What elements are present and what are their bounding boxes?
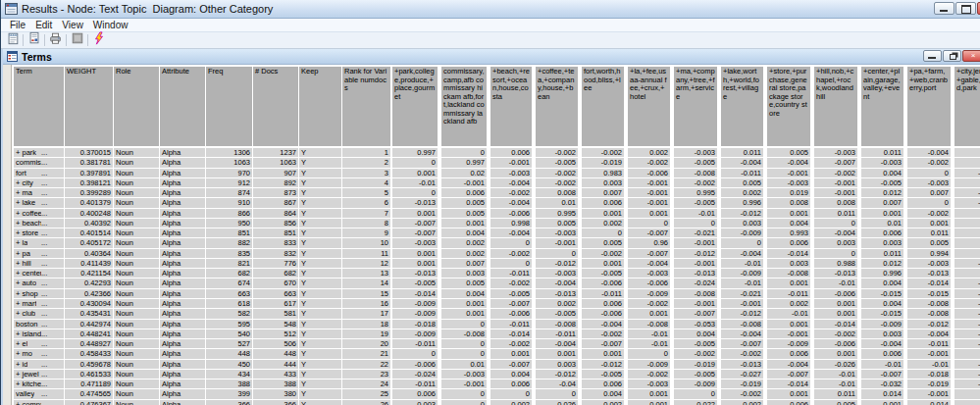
column-header-4[interactable]: Freq: [206, 67, 252, 146]
table-row[interactable]: + mo...0.458433NounAlpha448448Y21000.001…: [14, 349, 980, 358]
column-header-5[interactable]: # Docs: [253, 67, 298, 146]
table-row[interactable]: + island...0.448241NounAlpha540512Y19-0.…: [14, 329, 980, 338]
cell-attribute: Alpha: [160, 349, 205, 358]
cell-topic-3: -0.013: [536, 289, 578, 298]
cell-docs: 833: [253, 238, 298, 247]
column-header-15[interactable]: +lake,worth,+world,forest,+village: [721, 67, 763, 146]
column-header-13[interactable]: +la,+fee,usaa-annual fee,+crux,+hotel: [628, 67, 670, 146]
column-header-0[interactable]: Term: [14, 67, 64, 146]
cell-topic-6: -0.007: [674, 309, 717, 318]
table-row[interactable]: + pa...0.40364NounAlpha835832Y110.0010.0…: [14, 249, 980, 258]
term-ellipsis: ...: [41, 329, 47, 338]
cell-rank: 2: [342, 158, 390, 167]
toolbar-button-run-lightning[interactable]: [90, 33, 107, 48]
column-header-16[interactable]: +store,+purchase,general store,package s…: [767, 67, 810, 146]
table-row[interactable]: + el...0.448927NounAlpha527506Y20-0.0110…: [14, 339, 980, 348]
cell-role: Noun: [114, 238, 159, 247]
cell-rank: 22: [342, 360, 390, 369]
terms-restore-button[interactable]: [943, 50, 961, 62]
cell-topic-6: -0.001: [674, 238, 717, 247]
column-header-8[interactable]: +park,college,produce,+place,gourmet: [392, 67, 438, 146]
table-row[interactable]: + shop...0.42366NounAlpha663663Y15-0.014…: [14, 289, 980, 298]
cell-topic-8: 0.004: [767, 219, 810, 228]
terms-minimize-button[interactable]: [923, 50, 942, 62]
terms-close-button[interactable]: ×: [962, 50, 980, 62]
cell-topic-5: -0.001: [628, 178, 670, 187]
menu-item-file[interactable]: File: [5, 20, 30, 30]
term-text: + jewel: [16, 370, 39, 379]
table-row[interactable]: fort...0.397891NounAlpha970907Y30.0010.0…: [14, 169, 980, 177]
toolbar-button-inactive-square[interactable]: [69, 33, 85, 48]
table-row[interactable]: + beach...0.40392NounAlpha950856Y8-0.007…: [14, 219, 980, 228]
column-header-14[interactable]: +ma,+company,+tree,+farm,+service: [674, 67, 717, 146]
toolbar-button-notepad[interactable]: [4, 33, 21, 48]
table-row[interactable]: + ma...0.399289NounAlpha874873Y500.006-0…: [14, 188, 980, 197]
cell-topic-3: 0.002: [536, 299, 578, 308]
table-row[interactable]: + kitchen...0.471189NounAlpha388388Y24-0…: [14, 380, 980, 388]
table-row[interactable]: + auto...0.42293NounAlpha674670Y14-0.005…: [14, 278, 980, 287]
table-row[interactable]: + park...0.370015NounAlpha13061237Y10.99…: [14, 148, 980, 157]
column-header-19[interactable]: +pa,+farm,+web,cranberry,port: [907, 67, 951, 146]
cell-topic-12: -: [954, 309, 980, 318]
cell-topic-6: -0.002: [674, 349, 717, 358]
cell-topic-0: -0.01: [392, 178, 438, 187]
table-row[interactable]: + hill...0.411439NounAlpha821776Y120.001…: [14, 259, 980, 268]
column-header-6[interactable]: Keep: [299, 67, 341, 146]
table-row[interactable]: + company...0.476367NounAlpha366366Y260.…: [14, 400, 980, 405]
table-row[interactable]: + center...0.421154NounAlpha682682Y13-0.…: [14, 269, 980, 278]
menu-item-view[interactable]: View: [57, 20, 88, 30]
cell-role: Noun: [114, 289, 159, 298]
cell-freq: 1063: [206, 158, 252, 167]
cell-topic-0: 0: [392, 188, 438, 197]
window-titlebar: Results - Node: Text Topic Diagram: Othe…: [1, 0, 980, 19]
cell-keep: Y: [299, 309, 341, 318]
cell-topic-4: 0.001: [582, 349, 624, 358]
cell-topic-0: -0.005: [392, 278, 438, 287]
cell-attribute: Alpha: [160, 148, 205, 157]
cell-docs: 512: [253, 329, 298, 338]
table-row[interactable]: + mart...0.430094NounAlpha618617Y16-0.00…: [14, 299, 980, 308]
toolbar-button-export-document[interactable]: [26, 33, 42, 48]
table-row[interactable]: + store...0.401514NounAlpha851851Y9-0.00…: [14, 228, 980, 237]
cell-topic-9: -0.006: [814, 339, 857, 348]
menu-item-window[interactable]: Window: [88, 20, 133, 30]
cell-freq: 912: [206, 178, 252, 187]
cell-attribute: Alpha: [160, 178, 205, 187]
table-row[interactable]: boston...0.442974NounAlpha595548Y18-0.01…: [14, 320, 980, 329]
table-row[interactable]: commissar...0.381781NounAlpha10631063Y20…: [14, 158, 980, 167]
table-row[interactable]: + coffee...0.400248NounAlpha866864Y70.00…: [14, 209, 980, 218]
cell-freq: 434: [206, 370, 252, 379]
column-header-3[interactable]: Attribute: [160, 67, 205, 146]
toolbar-button-print[interactable]: [47, 33, 64, 48]
table-row[interactable]: + la...0.405172NounAlpha882833Y10-0.0030…: [14, 238, 980, 247]
column-header-10[interactable]: +beach,+resort,+ocean,house,costa: [490, 67, 532, 146]
column-header-1[interactable]: WEIGHT: [65, 67, 113, 146]
column-header-2[interactable]: Role: [114, 67, 159, 146]
table-row[interactable]: + lake...0.401379NounAlpha910867Y6-0.013…: [14, 198, 980, 207]
cell-topic-10: -0.001: [861, 400, 903, 405]
column-header-12[interactable]: fort,worth,hood,bliss,+lee: [582, 67, 624, 146]
cell-freq: 448: [206, 349, 252, 358]
term-text: commissar: [16, 158, 41, 167]
table-row[interactable]: + id...0.459678NounAlpha450444Y22-0.0060…: [14, 360, 980, 369]
column-header-17[interactable]: +hill,nob,+chapel,+rock,woodland hill: [814, 67, 857, 146]
column-header-20[interactable]: +city,jersey,+gable,wood,park: [954, 67, 980, 146]
table-row[interactable]: valley...0.474565NounAlpha399380Y250.006…: [14, 389, 980, 398]
term-ellipsis: ...: [41, 360, 47, 369]
term-text: + el: [16, 339, 27, 348]
column-header-11[interactable]: +coffee,+tea,+company,house,+bean: [536, 67, 578, 146]
terms-window: Terms × TermWEIGHTRoleAttributeFreq# Doc…: [1, 49, 980, 405]
maximize-button[interactable]: [955, 2, 976, 15]
cell-weight: 0.459678: [65, 360, 113, 369]
table-row[interactable]: + jewel...0.461533NounAlpha434433Y23-0.0…: [14, 370, 980, 379]
menu-item-edit[interactable]: Edit: [30, 20, 57, 30]
column-header-9[interactable]: commissary,camp,afb commissary hickam af…: [441, 67, 487, 146]
column-header-18[interactable]: +center,+plain,garage,valley,+event: [861, 67, 903, 146]
cell-topic-5: -0.01: [628, 339, 670, 348]
cell-attribute: Alpha: [160, 169, 205, 177]
table-row[interactable]: + club...0.435431NounAlpha582581Y17-0.00…: [14, 309, 980, 318]
minimize-button[interactable]: [934, 2, 954, 15]
column-header-7[interactable]: Rank for Variable numdocs: [342, 67, 390, 146]
table-row[interactable]: + city...0.398121NounAlpha912892Y4-0.01-…: [14, 178, 980, 187]
toolbar: [1, 32, 980, 49]
